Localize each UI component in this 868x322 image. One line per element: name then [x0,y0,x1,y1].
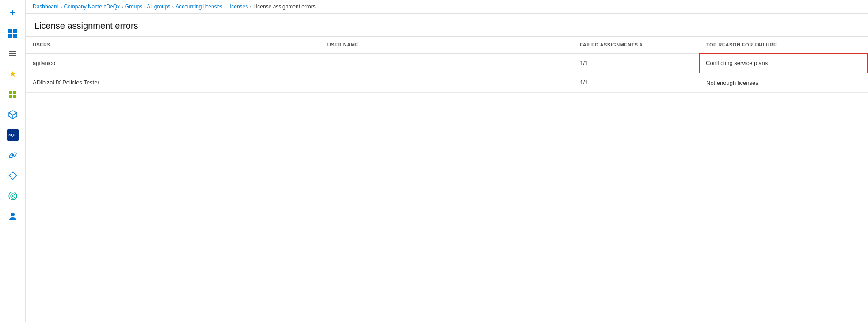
plus-icon: + [10,7,15,19]
breadcrumb-sep-4: › [250,4,251,9]
sidebar-item-grid[interactable] [4,85,22,104]
user-icon [8,211,18,221]
table-body: agilanico 1/1 Conflicting service plans … [26,53,868,92]
svg-rect-2 [9,55,16,56]
sidebar-item-star[interactable]: ★ [4,65,22,83]
star-icon: ★ [9,69,16,79]
col-header-reason: TOP REASON FOR FAILURE [699,37,868,53]
breadcrumb-current: License assignment errors [253,4,316,10]
svg-rect-0 [9,51,16,52]
sql-icon: SQL [7,129,19,141]
cell-reason-2: Not enough licenses [699,73,868,93]
table-row[interactable]: ADIbizaUX Policies Tester 1/1 Not enough… [26,73,868,93]
list-icon [8,49,17,58]
sidebar: + ★ SQL [0,0,26,322]
sidebar-item-diamond[interactable] [4,166,22,185]
page-title: License assignment errors [34,21,859,31]
sidebar-item-user[interactable] [4,207,22,226]
breadcrumb-company[interactable]: Company Name cDeQx [64,4,120,10]
cell-users-2: ADIbizaUX Policies Tester [26,73,320,93]
table-header: USERS USER NAME FAILED ASSIGNMENTS # TOP… [26,37,868,53]
cell-users-1: agilanico [26,53,320,73]
orbit-icon [8,150,18,160]
sidebar-item-target[interactable] [4,187,22,205]
svg-rect-6 [13,95,16,98]
svg-point-12 [11,154,14,157]
sidebar-item-list[interactable] [4,44,22,63]
target-icon [8,191,18,201]
svg-rect-1 [9,53,16,54]
cell-username-2 [320,73,573,93]
breadcrumb-groups[interactable]: Groups - All groups [125,4,171,10]
breadcrumb-sep-2: › [122,4,123,9]
diamond-icon [8,171,18,180]
sidebar-item-dashboard[interactable] [4,24,22,42]
cell-failed-1: 1/1 [573,53,699,73]
breadcrumb-sep-1: › [61,4,62,9]
assignment-errors-table: USERS USER NAME FAILED ASSIGNMENTS # TOP… [26,37,868,93]
svg-line-8 [9,113,13,115]
svg-point-16 [12,195,14,197]
sidebar-item-sql[interactable]: SQL [4,126,22,144]
svg-rect-13 [9,172,16,180]
box-icon [8,110,18,119]
col-header-username: USER NAME [320,37,573,53]
col-header-failed: FAILED ASSIGNMENTS # [573,37,699,53]
sidebar-item-plus[interactable]: + [4,4,22,22]
col-header-users: USERS [26,37,320,53]
svg-rect-4 [13,91,16,94]
main-content: Dashboard › Company Name cDeQx › Groups … [26,0,868,322]
sidebar-item-box[interactable] [4,105,22,124]
sidebar-item-orbit[interactable] [4,146,22,165]
breadcrumb-sep-3: › [172,4,174,9]
dashboard-icon [8,29,17,38]
breadcrumb: Dashboard › Company Name cDeQx › Groups … [26,0,868,14]
svg-rect-5 [9,95,12,98]
breadcrumb-licenses[interactable]: Accounting licenses - Licenses [175,4,248,10]
svg-point-17 [11,213,15,216]
page-header: License assignment errors [26,14,868,37]
svg-rect-3 [9,91,12,94]
cell-failed-2: 1/1 [573,73,699,93]
cell-username-1 [320,53,573,73]
table-row[interactable]: agilanico 1/1 Conflicting service plans [26,53,868,73]
svg-line-9 [13,113,17,115]
table-container: USERS USER NAME FAILED ASSIGNMENTS # TOP… [26,37,868,322]
breadcrumb-dashboard[interactable]: Dashboard [33,4,59,10]
cell-reason-1: Conflicting service plans [699,53,868,73]
grid-icon [8,90,17,99]
